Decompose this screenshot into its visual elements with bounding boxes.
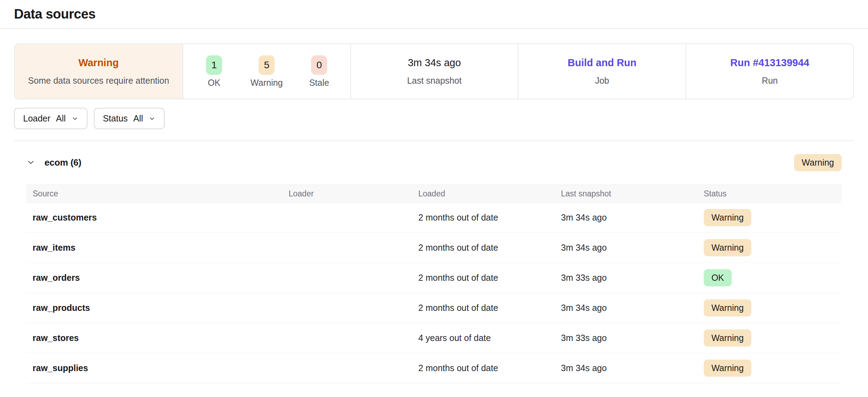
- status-badge: Warning: [704, 360, 751, 377]
- warning-count-pill: 5: [259, 55, 275, 75]
- run-label: Run: [762, 76, 778, 86]
- collapse-chevron-icon[interactable]: [26, 158, 35, 167]
- stale-count-label: Stale: [309, 78, 329, 88]
- status-badge: Warning: [704, 239, 751, 256]
- source-name: raw_products: [26, 303, 282, 313]
- source-name: raw_stores: [26, 333, 282, 343]
- chevron-down-icon: [71, 115, 78, 122]
- status-filter-dropdown[interactable]: Status All: [94, 108, 165, 129]
- page-header: Data sources: [0, 0, 868, 29]
- table-row[interactable]: raw_orders 2 months out of date 3m 33s a…: [26, 263, 842, 293]
- status-cell: Warning: [697, 299, 842, 316]
- loader-filter-label: Loader: [23, 113, 50, 124]
- status-badge: Warning: [704, 299, 751, 316]
- filters-bar: Loader All Status All: [14, 108, 854, 129]
- summary-strip: Warning Some data sources require attent…: [14, 43, 854, 99]
- last-snapshot-cell: 3m 34s ago: [555, 303, 697, 313]
- group-status-badge: Warning: [794, 154, 842, 171]
- loader-filter-dropdown[interactable]: Loader All: [14, 108, 88, 129]
- count-stale: 0 Stale: [293, 55, 345, 88]
- last-snapshot-cell: 3m 33s ago: [555, 333, 697, 343]
- job-card: Build and Run Job: [518, 44, 686, 99]
- ok-count-label: OK: [208, 78, 220, 88]
- status-badge: OK: [704, 269, 732, 286]
- last-snapshot-cell: 3m 34s ago: [555, 213, 697, 223]
- status-filter-label: Status: [103, 113, 128, 124]
- count-warning: 5 Warning: [240, 55, 293, 88]
- status-cell: Warning: [697, 360, 842, 377]
- data-sources-page: Data sources Warning Some data sources r…: [0, 0, 868, 397]
- run-card: Run #413139944 Run: [686, 44, 853, 99]
- last-snapshot-cell: 3m 34s ago: [555, 363, 697, 373]
- table-row[interactable]: raw_supplies 2 months out of date 3m 34s…: [26, 353, 842, 383]
- table-header-row: Source Loader Loaded Last snapshot Statu…: [26, 184, 842, 203]
- last-snapshot-cell: 3m 34s ago: [555, 243, 697, 253]
- loaded-cell: 2 months out of date: [412, 213, 554, 223]
- last-snapshot-cell: 3m 33s ago: [555, 273, 697, 283]
- job-link[interactable]: Build and Run: [568, 57, 637, 69]
- table-row[interactable]: raw_stores 4 years out of date 3m 33s ag…: [26, 323, 842, 353]
- column-header-source: Source: [26, 189, 282, 198]
- job-label: Job: [595, 76, 609, 86]
- loaded-cell: 4 years out of date: [412, 333, 554, 343]
- table-row[interactable]: raw_products 2 months out of date 3m 34s…: [26, 293, 842, 323]
- last-snapshot-card: 3m 34s ago Last snapshot: [350, 44, 518, 99]
- last-snapshot-label: Last snapshot: [407, 76, 462, 86]
- status-cell: Warning: [697, 239, 842, 256]
- sources-table: Source Loader Loaded Last snapshot Statu…: [26, 184, 842, 383]
- loaded-cell: 2 months out of date: [412, 303, 554, 313]
- section-divider: [14, 140, 854, 141]
- source-name: raw_items: [26, 243, 282, 253]
- source-name: raw_customers: [26, 213, 282, 223]
- count-ok: 1 OK: [188, 55, 240, 88]
- column-header-loader: Loader: [282, 189, 412, 198]
- status-cell: OK: [697, 269, 842, 286]
- chevron-down-icon: [149, 115, 156, 122]
- table-body: raw_customers 2 months out of date 3m 34…: [26, 203, 842, 383]
- column-header-last-snapshot: Last snapshot: [555, 189, 697, 198]
- run-link[interactable]: Run #413139944: [730, 57, 810, 69]
- table-row[interactable]: raw_customers 2 months out of date 3m 34…: [26, 203, 842, 233]
- stale-count-pill: 0: [311, 55, 327, 75]
- warning-count-label: Warning: [250, 78, 283, 88]
- loaded-cell: 2 months out of date: [412, 363, 554, 373]
- status-badge: Warning: [704, 209, 751, 226]
- ok-count-pill: 1: [206, 55, 222, 75]
- page-title: Data sources: [14, 7, 96, 22]
- status-cell: Warning: [697, 209, 842, 226]
- overall-status-subtitle: Some data sources require attention: [28, 76, 169, 86]
- status-counts-card: 1 OK 5 Warning 0 Stale: [182, 44, 350, 99]
- loader-filter-value: All: [56, 113, 66, 124]
- group-name: ecom (6): [44, 157, 81, 168]
- overall-status-value: Warning: [78, 57, 119, 69]
- group-header: ecom (6) Warning: [26, 152, 842, 173]
- group-section-ecom: ecom (6) Warning Source Loader Loaded La…: [14, 152, 854, 383]
- last-snapshot-value: 3m 34s ago: [408, 57, 461, 69]
- overall-status-card: Warning Some data sources require attent…: [15, 44, 182, 99]
- column-header-status: Status: [697, 189, 842, 198]
- source-name: raw_orders: [26, 273, 282, 283]
- table-row[interactable]: raw_items 2 months out of date 3m 34s ag…: [26, 233, 842, 263]
- column-header-loaded: Loaded: [412, 189, 554, 198]
- status-badge: Warning: [704, 329, 751, 347]
- status-cell: Warning: [697, 329, 842, 347]
- loaded-cell: 2 months out of date: [412, 243, 554, 253]
- source-name: raw_supplies: [26, 363, 282, 373]
- status-filter-value: All: [133, 113, 143, 124]
- loaded-cell: 2 months out of date: [412, 273, 554, 283]
